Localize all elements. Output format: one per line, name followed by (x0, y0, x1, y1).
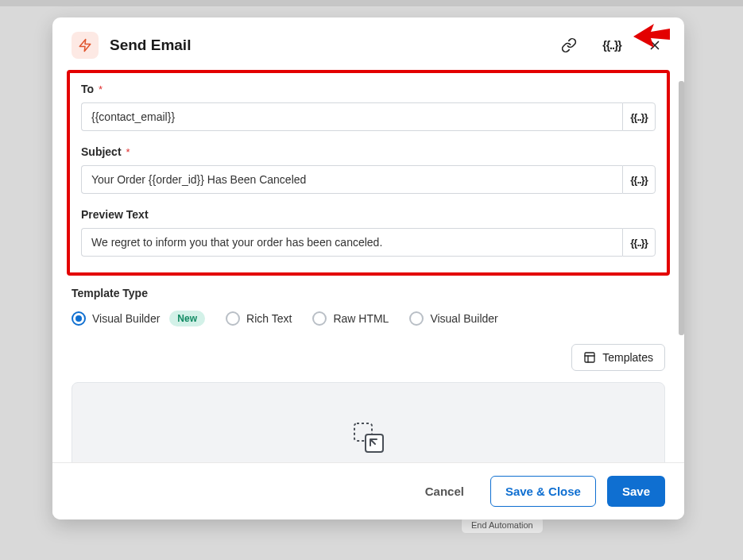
radio-label: Raw HTML (333, 312, 389, 325)
preview-input[interactable] (81, 228, 622, 257)
drag-drop-icon (351, 420, 386, 455)
modal-title: Send Email (110, 37, 191, 54)
svg-marker-0 (79, 40, 91, 52)
radio-label: Rich Text (246, 312, 292, 325)
send-email-modal: Send Email {{..}} To * {{..}} (52, 17, 684, 519)
field-preview-text: Preview Text {{..}} (81, 208, 656, 257)
templates-button-label: Templates (602, 351, 653, 364)
required-indicator: * (99, 83, 103, 95)
template-type-radiogroup: Visual Builder New Rich Text Raw HTML Vi… (72, 311, 665, 326)
field-to: To * {{..}} (81, 83, 656, 131)
save-button[interactable]: Save (607, 476, 665, 507)
to-insert-variable-button[interactable]: {{..}} (622, 102, 656, 131)
modal-body: To * {{..}} Subject * {{..}} (52, 68, 684, 462)
svg-rect-3 (585, 353, 594, 362)
radio-raw-html[interactable]: Raw HTML (312, 311, 389, 326)
radio-visual-builder[interactable]: Visual Builder (409, 311, 497, 326)
save-and-close-button[interactable]: Save & Close (490, 476, 596, 507)
radio-rich-text[interactable]: Rich Text (226, 311, 292, 326)
lightning-icon-tile (72, 32, 99, 59)
subject-label: Subject (81, 145, 122, 158)
close-icon (648, 38, 662, 52)
radio-label: Visual Builder (430, 312, 497, 325)
field-subject: Subject * {{..}} (81, 145, 656, 194)
braces-icon: {{..}} (602, 39, 621, 52)
to-label: To (81, 83, 94, 95)
subject-input[interactable] (81, 165, 622, 194)
radio-visual-builder-new[interactable]: Visual Builder New (72, 311, 205, 326)
cancel-button[interactable]: Cancel (410, 476, 479, 507)
builder-canvas[interactable]: Utili d d b ild t ft b t il t l t i l di… (72, 382, 665, 462)
link-button[interactable] (559, 35, 579, 56)
template-type-label: Template Type (72, 287, 665, 299)
lightning-icon (78, 38, 92, 52)
templates-icon (583, 351, 596, 364)
annotation-highlight: To * {{..}} Subject * {{..}} (67, 70, 670, 276)
subject-insert-variable-button[interactable]: {{..}} (622, 165, 656, 194)
new-badge: New (169, 311, 205, 326)
modal-footer: Cancel Save & Close Save (52, 462, 684, 519)
preview-label: Preview Text (81, 208, 149, 221)
required-indicator: * (126, 146, 130, 158)
to-input[interactable] (81, 102, 622, 131)
preview-insert-variable-button[interactable]: {{..}} (622, 228, 656, 257)
modal-header: Send Email {{..}} (52, 17, 684, 68)
backdrop-top-bar (0, 0, 743, 6)
link-icon (561, 37, 577, 53)
templates-button[interactable]: Templates (571, 344, 665, 371)
close-button[interactable] (644, 35, 665, 56)
scrollbar-thumb[interactable] (679, 81, 684, 335)
variables-button[interactable]: {{..}} (602, 35, 622, 56)
radio-label: Visual Builder (92, 312, 160, 325)
